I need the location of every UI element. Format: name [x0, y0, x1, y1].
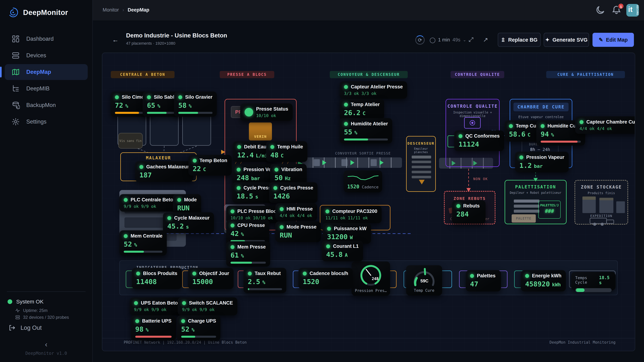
- badge-label: PLC Presse Blocs: [237, 208, 279, 214]
- badge-qc-conformes[interactable]: QC Conformes11124: [454, 130, 504, 151]
- badge-hmi-presse[interactable]: HMI Presse4/4 ok 4/4 ok: [275, 203, 317, 221]
- badge-ups-eaton[interactable]: UPS Eaton Beton9/9 ok 9/9 ok: [130, 297, 185, 315]
- badge-label: Temp Atelier: [351, 102, 380, 107]
- badge-label: Capteur Chambre Cure: [586, 119, 635, 125]
- badge-temp-huile[interactable]: Temp Huile48C: [266, 141, 308, 162]
- badge-label: Temp Huile: [277, 144, 303, 150]
- temps-cycle-card[interactable]: Temps Cycle 18.5 s: [571, 272, 616, 290]
- badge-vibration[interactable]: Vibration50Hz: [270, 164, 307, 184]
- badge-sub: 10/10 ok: [256, 113, 288, 118]
- badge-plc-centrale[interactable]: PLC Centrale Beton9/9 ok 9/9 ok: [120, 194, 181, 212]
- sidebar-item-backupmon[interactable]: BackupMon: [5, 97, 88, 113]
- badge-mem-centrale[interactable]: Mem Centrale52%: [120, 230, 167, 256]
- badge-temp-beton[interactable]: Temp Beton22C: [188, 155, 232, 176]
- logout-label: Log Out: [20, 324, 42, 331]
- badge-courant-l1[interactable]: Courant L145.8A: [322, 240, 363, 261]
- badge-value: 284: [456, 210, 481, 218]
- map-panel: OK NON OK Vis sans fin MALAXEUR: [102, 52, 635, 351]
- avatar[interactable]: it SECURE: [626, 4, 639, 16]
- sidebar-collapse-button[interactable]: ‹: [0, 340, 92, 348]
- badge-cadence-blocs[interactable]: Cadence blocs/h1520: [298, 268, 352, 289]
- badge-compteur-pac[interactable]: Compteur PAC320011/11 ok 11/11 ok: [321, 206, 382, 223]
- badge-sub: 11/11 ok 11/11 ok: [326, 216, 377, 220]
- badge-progress-bar: [135, 336, 172, 338]
- temps-cycle-slider[interactable]: [575, 288, 612, 292]
- vis-sans-fin-box: Vis sans fin: [118, 133, 143, 148]
- breadcrumb-root[interactable]: Monitor: [103, 7, 119, 13]
- status-dot-icon: [244, 108, 253, 116]
- edit-map-button[interactable]: ✎ Edit Map: [592, 33, 634, 47]
- badge-objectif-jour[interactable]: Objectif Jour15000: [188, 268, 234, 289]
- badge-mode[interactable]: ModeRUN: [173, 194, 201, 215]
- sidebar-item-settings[interactable]: Settings: [5, 114, 88, 130]
- badge-blocs-produits[interactable]: Blocs Produits11408: [132, 268, 182, 289]
- badge-pression-vapeur[interactable]: Pression Vapeur1.2bar: [515, 152, 569, 172]
- badge-value: 50Hz: [274, 174, 302, 182]
- badge-temp-atelier[interactable]: Temp Atelier26.2C: [340, 99, 384, 120]
- badge-sub: 9/9 ok 9/9 ok: [134, 307, 181, 312]
- back-button[interactable]: ←: [111, 35, 120, 45]
- replace-bg-button[interactable]: ⇫ Replace BG: [498, 33, 541, 47]
- status-dot-icon: [230, 224, 234, 228]
- badge-value: 18.5s: [237, 192, 274, 200]
- logout-button[interactable]: Log Out: [8, 324, 42, 332]
- badge-silo-gravier[interactable]: Silo Gravier58%: [174, 92, 217, 117]
- map-canvas[interactable]: OK NON OK Vis sans fin MALAXEUR: [102, 53, 635, 351]
- badge-palettes[interactable]: Palettes47: [466, 270, 501, 292]
- gauge-pression-card[interactable]: 248 Pression Pres…: [352, 262, 390, 296]
- badge-cycles-presse[interactable]: Cycles Presse1426: [269, 182, 318, 203]
- badge-rebuts[interactable]: Rebuts284: [452, 200, 486, 224]
- gauge-temp-cure-card[interactable]: 59C Temp Cure: [406, 265, 442, 296]
- notification-count-badge[interactable]: 1: [618, 3, 624, 9]
- badge-sub: 3/3 ok 3/3 ok: [344, 91, 403, 96]
- camera-icon: [464, 117, 481, 128]
- refresh-button[interactable]: ⟳: [415, 35, 425, 45]
- sidebar-item-label: Devices: [26, 52, 46, 59]
- refresh-interval-dropdown[interactable]: ◯ 1 min 49s ⌄: [430, 37, 466, 43]
- descenseur-subtitle: Empileur planches: [407, 147, 435, 154]
- sidebar-item-deepmap[interactable]: DeepMap: [5, 64, 88, 80]
- badge-taux-rebut[interactable]: Taux Rebut2.5%: [244, 268, 286, 293]
- badge-value: 94%: [541, 130, 581, 138]
- badge-capteur-atelier[interactable]: Capteur Atelier Presse3/3 ok 3/3 ok: [340, 81, 407, 99]
- badge-switch-scalance[interactable]: Switch SCALANCE9/9 ok 9/9 ok: [178, 297, 237, 315]
- badge-cycle-malaxeur[interactable]: Cycle Malaxeur45.2s: [163, 212, 214, 233]
- badge-capteur-chambre[interactable]: Capteur Chambre Cure4/4 ok 4/4 ok: [575, 116, 635, 134]
- badge-progress-bar: [124, 251, 162, 253]
- badge-humidite-atelier[interactable]: Humidite Atelier55%: [340, 118, 392, 143]
- badge-batterie-ups[interactable]: Batterie UPS98%: [131, 315, 176, 340]
- status-dot-icon: [344, 85, 348, 89]
- stockage-subtitle: Produits finis: [575, 191, 628, 195]
- stock-block-3: [616, 201, 625, 213]
- pulse-icon: [15, 308, 20, 313]
- cadence-sparkline-card[interactable]: 1520 Cadence: [344, 170, 382, 192]
- badge-label: Taux Rebut: [255, 271, 281, 276]
- badge-presse-status[interactable]: Presse Status10/10 ok: [240, 104, 293, 121]
- badge-label: Puissance kW: [334, 226, 367, 232]
- page-subtitle: 47 placements · 1920×1080: [126, 41, 175, 46]
- badge-mem-presse[interactable]: Mem Presse61%: [226, 241, 270, 266]
- badge-value: RUN: [177, 204, 197, 212]
- badge-gachees-malaxeur[interactable]: Gachees Malaxeur187: [135, 161, 193, 182]
- generate-svg-button[interactable]: ✦ Generate SVG: [544, 33, 589, 47]
- badge-mode-presse[interactable]: Mode PresseRUN: [275, 221, 321, 242]
- status-dot-icon: [230, 210, 234, 214]
- status-dot-icon: [274, 186, 277, 190]
- dark-mode-toggle-moon-icon[interactable]: [595, 5, 605, 15]
- status-dot-icon: [456, 204, 460, 208]
- open-external-icon[interactable]: ↗: [483, 36, 488, 43]
- zone-chip-qualite: CONTROLE QUALITE: [450, 71, 504, 78]
- vis-sans-fin-label: Vis sans fin: [120, 139, 142, 143]
- badge-value: 47: [470, 280, 497, 288]
- badge-energie-kwh[interactable]: Energie kWh458920kWh: [521, 270, 566, 292]
- status-dot-icon: [248, 272, 252, 276]
- sidebar-item-deepmib[interactable]: DeepMIB: [5, 81, 88, 96]
- palettes-j-box: PALETTES/J ###: [538, 201, 560, 219]
- badge-cpu-presse[interactable]: CPU Presse42%: [226, 220, 269, 245]
- badge-charge-ups[interactable]: Charge UPS52%: [177, 315, 220, 340]
- sidebar-item-dashboard[interactable]: Dashboard: [5, 31, 88, 47]
- badge-progress-bar: [147, 112, 177, 114]
- sidebar-item-devices[interactable]: Devices: [5, 48, 88, 64]
- fullscreen-icon[interactable]: ⤢: [468, 36, 474, 43]
- status-dot-icon: [280, 225, 284, 229]
